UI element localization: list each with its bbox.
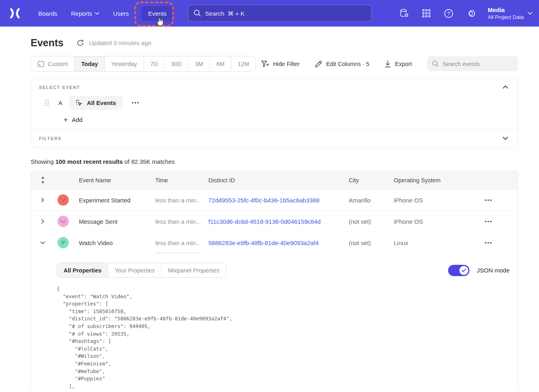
calendar-icon [37,60,44,67]
col-header-event-name[interactable]: Event Name [72,177,148,184]
hide-filter-button[interactable]: Hide Filter [261,60,300,68]
table-row-expanded: Watch Video less than a min... 5886283e-… [31,232,518,253]
table-row: Experiment Started less than a min... 72… [31,189,518,210]
table-row: Message Sent less than a min... f11c30d6… [31,210,518,232]
os-cell: Linux [387,239,471,246]
json-mode-label: JSON mode [477,267,510,274]
nav-item-boards[interactable]: Boards [31,6,64,21]
settings-gear-icon[interactable] [465,8,476,19]
plus-icon: + [64,117,68,123]
expand-row-button[interactable] [38,195,47,205]
time-cell: less than a min... [148,239,202,246]
filters-label: FILTERS [39,136,62,141]
tab-all-properties[interactable]: All Properties [57,263,108,277]
col-header-os[interactable]: Operating System [387,177,471,184]
date-range-yesterday[interactable]: Yesterday [105,56,144,71]
event-name-cell: Message Sent [72,218,148,225]
data-management-icon[interactable] [399,8,409,19]
search-events-input[interactable] [427,56,518,71]
tab-your-properties[interactable]: Your Properties [108,263,161,277]
drag-handle[interactable] [45,100,49,106]
date-range-12m[interactable]: 12M [231,56,255,71]
collapse-all-button[interactable] [31,176,54,184]
collapse-row-button[interactable] [38,238,47,247]
funnel-plus-icon [261,60,269,68]
event-avatar [58,194,69,206]
date-range-picker: Custom Today Yesterday 7D 30D 3M 6M 12M [31,56,256,72]
os-cell: iPhone OS [387,197,471,204]
nav-item-events[interactable]: Events [141,6,173,21]
event-avatar [58,216,69,227]
col-header-city[interactable]: City [342,177,387,184]
chevron-down-icon [95,12,99,15]
toggle-knob-check-icon [459,266,468,275]
date-range-custom[interactable]: Custom [31,56,74,71]
results-summary: Showing 100 most recent results of 82.35… [31,158,518,165]
pencil-icon [315,60,322,68]
distinct-id-link[interactable]: 5886283e-e9fb-48fb-81de-40e9093a2af4 [202,239,342,246]
event-avatar [58,237,69,248]
distinct-id-link[interactable]: 72d49553-25fc-4f0c-b436-1b5ac6ab3388 [202,197,342,204]
date-range-6m[interactable]: 6M [210,56,231,71]
refresh-icon[interactable] [76,39,84,47]
download-icon [385,60,391,68]
global-search [188,5,372,22]
city-cell: (not set) [342,239,387,246]
tab-mixpanel-properties[interactable]: Mixpanel Properties [161,263,226,277]
os-cell: iPhone OS [387,218,471,225]
export-button[interactable]: Export [385,60,412,68]
apps-grid-icon[interactable] [421,8,432,19]
time-cell: less than a min... [148,218,202,225]
event-selector-button[interactable]: All Events [69,96,122,110]
event-detail-panel: All Properties Your Properties Mixpanel … [31,253,518,390]
json-mode-toggle[interactable] [448,265,469,276]
distinct-id-link[interactable]: f11c30d6-dc6d-4518-9136-0d046159c84d [202,218,342,225]
expand-filters-button[interactable] [501,135,510,142]
page-title: Events [31,37,64,49]
event-clause-row: A All Events ••• [39,96,510,110]
time-cell: less than a min... [148,197,202,204]
sparkle-cursor-icon [75,99,83,107]
project-subtitle: All Project Data [488,14,524,21]
city-cell: Amarillo [342,197,387,204]
mixpanel-logo-icon[interactable] [9,8,21,19]
event-name-cell: Watch Video [72,239,148,246]
search-icon [193,9,201,17]
city-cell: (not set) [342,218,387,225]
clause-letter: A [58,99,62,106]
clause-more-button[interactable]: ••• [132,100,140,106]
add-event-button[interactable]: + Add [64,116,82,123]
row-more-button[interactable]: ••• [485,219,493,225]
query-builder-card: SELECT EVENT A All Events ••• [31,78,518,148]
nav-item-reports[interactable]: Reports [64,6,107,21]
global-search-input[interactable] [188,5,372,22]
help-icon[interactable]: ? [443,8,454,19]
updated-text: Updated 3 minutes ago [89,39,151,46]
row-more-button[interactable]: ••• [485,197,493,203]
collapse-section-button[interactable] [501,84,510,90]
event-json-content: { "event": "Watch Video", "properties": … [57,285,510,390]
top-navbar: Boards Reports Users Events [0,0,539,27]
date-range-3m[interactable]: 3M [188,56,210,71]
row-more-button[interactable]: ••• [485,240,493,246]
event-name-cell: Experiment Started [72,197,148,204]
project-name: Media [488,6,524,14]
properties-tabs: All Properties Your Properties Mixpanel … [57,263,226,278]
project-switcher[interactable]: Media All Project Data [488,6,533,21]
col-header-time[interactable]: Time [148,177,202,184]
date-range-30d[interactable]: 30D [164,56,188,71]
select-event-label: SELECT EVENT [39,85,510,90]
svg-text:?: ? [447,11,450,17]
edit-columns-button[interactable]: Edit Columns · 5 [315,60,369,68]
expand-row-button[interactable] [38,217,47,226]
nav-item-users[interactable]: Users [106,6,136,21]
search-events [427,56,518,71]
search-icon [432,60,439,67]
chevron-down-icon [528,12,533,15]
date-range-7d[interactable]: 7D [144,56,165,71]
date-range-today[interactable]: Today [74,56,105,71]
divider [155,253,201,253]
events-table: Event Name Time Distinct ID City Operati… [31,171,518,390]
col-header-distinct-id[interactable]: Distinct ID [202,177,342,184]
table-header: Event Name Time Distinct ID City Operati… [31,171,518,189]
